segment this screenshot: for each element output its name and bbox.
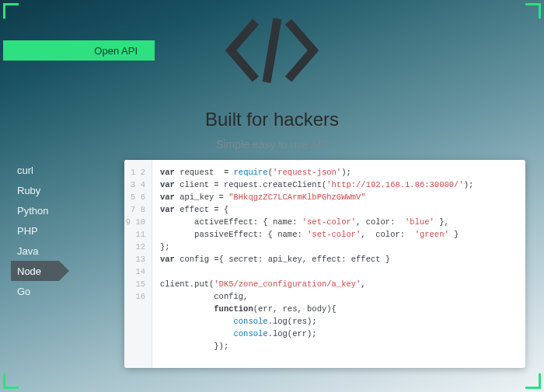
open-api-badge: Open API bbox=[3, 40, 155, 61]
tab-label: PHP bbox=[17, 225, 38, 237]
tab-label: curl bbox=[17, 165, 33, 176]
frame-corner-bl bbox=[3, 373, 19, 389]
tab-label: Java bbox=[17, 245, 38, 257]
tab-php[interactable]: PHP bbox=[11, 220, 59, 241]
code-gutter: 1 2 3 4 5 6 7 8 9 10 11 12 13 14 15 16 bbox=[124, 160, 152, 368]
code-brackets-icon bbox=[221, 8, 323, 96]
tab-label: Python bbox=[17, 205, 48, 217]
frame-corner-tl bbox=[3, 3, 19, 19]
tab-node[interactable]: Node bbox=[11, 261, 59, 281]
frame-corner-tr bbox=[525, 3, 541, 19]
code-content: var request = require('request-json'); v… bbox=[152, 160, 525, 368]
tab-ruby[interactable]: Ruby bbox=[11, 180, 59, 200]
tab-go[interactable]: Go bbox=[11, 281, 59, 301]
tab-label: Go bbox=[17, 286, 30, 297]
svg-line-0 bbox=[267, 19, 277, 82]
tab-label: Node bbox=[17, 265, 41, 277]
page-title: Built for hackers bbox=[0, 109, 544, 130]
page-subtitle: Simple easy to use API bbox=[0, 138, 544, 151]
tab-java[interactable]: Java bbox=[11, 241, 59, 261]
frame-corner-br bbox=[525, 373, 541, 389]
tab-curl[interactable]: curl bbox=[11, 160, 59, 180]
code-card: 1 2 3 4 5 6 7 8 9 10 11 12 13 14 15 16 v… bbox=[124, 160, 525, 368]
open-api-label: Open API bbox=[94, 45, 138, 57]
tab-label: Ruby bbox=[17, 185, 40, 196]
language-tabs: curlRubyPythonPHPJavaNodeGo bbox=[11, 160, 59, 301]
tab-python[interactable]: Python bbox=[11, 200, 59, 220]
